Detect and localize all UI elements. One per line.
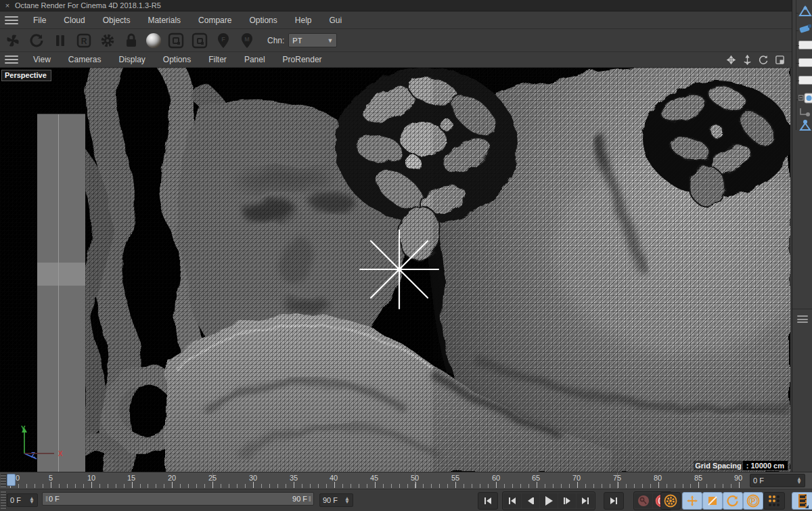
menu-file[interactable]: File [24, 12, 55, 28]
ruler-label: 20 [168, 474, 176, 482]
camera-label: Perspective [1, 70, 51, 81]
cone-object-icon[interactable] [798, 5, 812, 20]
key-scale-button[interactable] [702, 492, 723, 510]
material-pin-letter: M [244, 36, 250, 43]
timeline-ruler[interactable]: 0 5 10 15 20 25 30 35 40 45 50 55 60 65 … [0, 472, 812, 489]
chevron-down-icon: ▼ [327, 37, 333, 44]
panel-button[interactable] [798, 76, 812, 85]
key-pla-button[interactable] [763, 492, 785, 510]
lock-icon[interactable] [122, 32, 140, 49]
next-key-button[interactable] [577, 493, 594, 508]
node-expand-box[interactable] [798, 92, 812, 107]
focus-picker-pin-icon[interactable]: F [215, 32, 232, 49]
vpmenu-panel[interactable]: Panel [235, 52, 274, 67]
cone-sphere-icon[interactable] [798, 119, 812, 134]
settings-gear-icon[interactable] [99, 32, 116, 49]
viewport-menu-bar: View Cameras Display Options Filter Pane… [0, 52, 812, 68]
preview-range-bar[interactable]: ‖ 0 F 90 F ‖ [42, 492, 314, 506]
ruler-label: 15 [127, 474, 135, 482]
spinner-arrows-icon[interactable]: ▲▼ [796, 477, 802, 484]
vpmenu-display[interactable]: Display [110, 52, 154, 67]
octane-live-viewer-icon[interactable] [4, 32, 22, 49]
channel-value: PT [292, 37, 302, 45]
render-region-r-icon[interactable]: R [75, 32, 93, 49]
range-start-value: 0 F [10, 496, 21, 504]
ruler-label: 5 [49, 474, 53, 482]
key-position-button[interactable] [682, 492, 702, 510]
vpmenu-prorender[interactable]: ProRender [274, 52, 331, 67]
range-grip-right[interactable]: ‖ [307, 495, 311, 503]
vpmenu-filter[interactable]: Filter [200, 52, 235, 67]
axis-x-label: X [58, 450, 63, 458]
menu-help[interactable]: Help [286, 12, 321, 28]
material-picker-pin-icon[interactable]: M [238, 32, 256, 49]
panel-button[interactable] [798, 41, 812, 49]
menu-compare[interactable]: Compare [189, 12, 240, 28]
vpmenu-cameras[interactable]: Cameras [60, 52, 110, 67]
panel-hamburger-icon[interactable] [797, 315, 808, 323]
key-rotation-button[interactable] [723, 492, 743, 510]
ruler-label: 25 [208, 474, 217, 482]
pan-camera-icon[interactable] [726, 55, 736, 65]
ruler-label: 75 [613, 474, 621, 482]
range-end-value: 90 F [323, 496, 338, 504]
menu-objects[interactable]: Objects [94, 12, 139, 28]
ruler-label: 10 [87, 474, 95, 482]
key-parameter-button[interactable]: P [743, 492, 763, 510]
play-button[interactable] [540, 493, 558, 508]
goto-end-button[interactable] [604, 492, 624, 510]
record-keyframe-button[interactable] [635, 493, 652, 508]
menu-options[interactable]: Options [240, 12, 286, 28]
close-icon[interactable]: × [0, 1, 15, 9]
hamburger-icon[interactable] [5, 16, 18, 24]
rotate-camera-icon[interactable] [759, 55, 769, 65]
palette-grip[interactable] [1, 491, 7, 509]
panel-button[interactable] [798, 58, 812, 67]
node-tree-line [796, 0, 796, 130]
left-ground-plane [37, 114, 85, 472]
menu-cloud[interactable]: Cloud [55, 12, 93, 28]
menu-gui[interactable]: Gui [320, 12, 351, 28]
perspective-viewport[interactable]: Perspective Grid Spacing : 10000 cm Y Z … [0, 68, 790, 472]
channel-dropdown[interactable]: PT ▼ [288, 33, 337, 47]
current-frame-spinner[interactable]: 0 F ▲▼ [750, 474, 805, 487]
render-preview-button[interactable] [792, 492, 812, 510]
ruler-label: 65 [532, 474, 540, 482]
viewport-hamburger-icon[interactable] [5, 55, 18, 64]
spinner-arrows-icon[interactable]: ▲▼ [344, 497, 350, 504]
grid-spacing-value: : 10000 cm [743, 461, 788, 470]
picture-viewer-icon[interactable] [167, 32, 185, 49]
octane-toolbar: R F M Chn: PT ▼ [0, 29, 812, 52]
goto-start-button[interactable] [478, 492, 498, 510]
spinner-arrows-icon[interactable]: ▲▼ [29, 497, 35, 504]
panel-divider [792, 309, 812, 309]
animation-toolbar: 0 F ▲▼ ‖ 0 F 90 F ‖ 90 F ▲▼ [0, 489, 812, 511]
title-bar: × Octane Render For Cinema 4D 2018.1.3-R… [0, 0, 812, 12]
main-menu-bar: File Cloud Objects Materials Compare Opt… [0, 12, 812, 29]
right-panel-strip [792, 0, 812, 472]
vpmenu-view[interactable]: View [24, 52, 60, 67]
vpmenu-options[interactable]: Options [154, 52, 200, 67]
grid-spacing-readout: Grid Spacing : 10000 cm [694, 461, 788, 470]
range-start-spinner[interactable]: 0 F ▲▼ [7, 493, 38, 507]
pause-render-icon[interactable] [51, 32, 69, 49]
range-end-spinner[interactable]: 90 F ▲▼ [319, 493, 353, 507]
dolly-camera-icon[interactable] [742, 55, 752, 65]
toggle-panel-icon[interactable] [775, 55, 785, 65]
range-bar-end: 90 F [292, 495, 307, 503]
axis-z-label: Z [31, 451, 35, 459]
keying-settings-button[interactable] [660, 492, 681, 510]
menu-materials[interactable]: Materials [139, 12, 189, 28]
channel-label: Chn: [267, 36, 284, 45]
prev-frame-button[interactable] [522, 493, 539, 508]
material-preview-ball[interactable] [146, 33, 161, 48]
region-select-icon[interactable] [191, 32, 208, 49]
current-frame-value: 0 F [753, 476, 764, 485]
next-frame-button[interactable] [558, 493, 576, 508]
render-letter: R [81, 36, 87, 45]
timeline-playhead[interactable] [7, 474, 16, 486]
prev-key-button[interactable] [503, 493, 521, 508]
palette-grip[interactable] [1, 474, 7, 487]
brush-tool-icon[interactable] [798, 23, 812, 38]
restart-render-icon[interactable] [28, 32, 45, 49]
